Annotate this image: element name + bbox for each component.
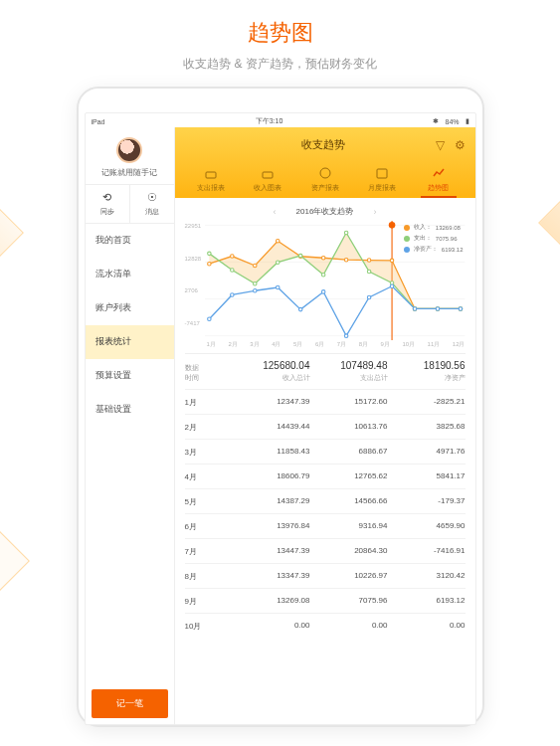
svg-point-36: [254, 288, 257, 291]
svg-point-45: [459, 307, 462, 310]
screen: iPad 下午3:10 ✱ 84% ▮ 记账就用随手记 ⟲ 同步: [85, 112, 476, 725]
svg-point-41: [368, 295, 371, 298]
nav: 我的首页流水清单账户列表报表统计预算设置基础设置: [86, 224, 174, 683]
decoration: [0, 199, 24, 267]
sync-label: 同步: [100, 207, 114, 217]
legend-row: 收入：13269.08: [404, 223, 464, 232]
sync-button[interactable]: ⟲ 同步: [86, 185, 129, 223]
svg-point-28: [345, 231, 348, 234]
record-button[interactable]: 记一笔: [92, 689, 168, 718]
svg-point-29: [368, 270, 371, 273]
svg-point-15: [322, 257, 325, 260]
svg-point-27: [322, 274, 325, 277]
tab[interactable]: 支出报表: [183, 164, 240, 198]
tab[interactable]: 收入图表: [240, 164, 296, 198]
table-row[interactable]: 6月13976.849316.944659.90: [185, 513, 466, 538]
table-row[interactable]: 4月18606.7912765.625841.17: [185, 464, 466, 488]
table-row[interactable]: 7月13447.3920864.30-7416.91: [185, 538, 466, 563]
svg-point-35: [231, 293, 234, 296]
settings-icon[interactable]: ⚙: [455, 138, 466, 152]
svg-point-37: [277, 285, 280, 288]
table-row[interactable]: 2月14439.4410613.763825.68: [185, 414, 466, 439]
profile[interactable]: 记账就用随手记: [86, 127, 174, 184]
svg-point-11: [231, 255, 234, 258]
svg-point-2: [320, 168, 330, 178]
svg-point-39: [322, 290, 325, 293]
svg-point-9: [389, 222, 396, 229]
bell-icon: ☉: [147, 191, 157, 204]
table-row[interactable]: 9月13269.087075.966193.12: [185, 588, 466, 613]
sidebar-item[interactable]: 预算设置: [86, 359, 174, 393]
svg-rect-1: [263, 172, 273, 178]
sidebar-item[interactable]: 报表统计: [86, 325, 174, 359]
svg-point-12: [254, 264, 257, 267]
svg-point-25: [277, 261, 280, 264]
svg-point-34: [208, 317, 211, 320]
tab[interactable]: 月度报表: [353, 164, 410, 198]
svg-point-26: [299, 254, 302, 257]
avatar[interactable]: [116, 137, 142, 163]
net-total-label: 净资产: [445, 374, 466, 381]
svg-point-40: [345, 334, 348, 337]
chevron-left-icon[interactable]: ‹: [274, 207, 277, 217]
data-table: 数据 时间 125680.04 收入总计 107489.48 支出总计 18: [175, 353, 475, 638]
svg-point-42: [391, 284, 394, 287]
svg-point-18: [391, 259, 394, 262]
status-device: iPad: [92, 118, 105, 125]
table-row[interactable]: 1月12347.3915172.60-2825.21: [185, 389, 466, 414]
svg-point-44: [436, 307, 439, 310]
chart-title: 2016年收支趋势: [296, 206, 354, 217]
svg-point-10: [208, 262, 211, 265]
table-row[interactable]: 3月11858.436886.674971.76: [185, 439, 466, 464]
svg-point-17: [368, 259, 371, 262]
decoration: [538, 189, 560, 257]
sidebar-item[interactable]: 流水清单: [86, 258, 174, 291]
header-title: 收支趋势: [211, 137, 436, 152]
legend: 收入：13269.08支出：7075.96净资产：6193.12: [404, 223, 464, 254]
device-frame: iPad 下午3:10 ✱ 84% ▮ 记账就用随手记 ⟲ 同步: [77, 87, 484, 727]
legend-row: 支出：7075.96: [404, 234, 464, 243]
report-tabs: 支出报表收入图表资产报表月度报表趋势图: [183, 162, 467, 198]
expense-total: 107489.48: [310, 360, 388, 371]
tab[interactable]: 资产报表: [296, 164, 353, 198]
table-row[interactable]: 10月0.000.000.00: [185, 613, 466, 638]
app-root: 记账就用随手记 ⟲ 同步 ☉ 消息 我的首页流水清单账户列表报表统计预算设置基础…: [86, 127, 475, 724]
page-subtitle: 收支趋势 & 资产趋势，预估财务变化: [0, 56, 560, 73]
table-row[interactable]: 5月14387.2914566.66-179.37: [185, 488, 466, 513]
legend-row: 净资产：6193.12: [404, 245, 464, 254]
chart[interactable]: 22951128282706-7417 收入：13269.08支出：7075.9…: [185, 221, 466, 340]
sidebar-item[interactable]: 账户列表: [86, 291, 174, 325]
sidebar-item[interactable]: 我的首页: [86, 224, 174, 258]
bluetooth-icon: ✱: [433, 117, 439, 125]
chevron-right-icon[interactable]: ›: [373, 207, 376, 217]
status-battery: 84%: [445, 118, 459, 125]
svg-rect-0: [206, 172, 216, 178]
svg-point-38: [299, 307, 302, 310]
profile-name: 记账就用随手记: [90, 167, 170, 178]
sync-icon: ⟲: [102, 191, 111, 204]
status-time: 下午3:10: [256, 116, 283, 126]
svg-point-43: [413, 307, 416, 310]
battery-icon: ▮: [466, 117, 469, 125]
table-body: 1月12347.3915172.60-2825.212月14439.441061…: [185, 389, 466, 638]
svg-point-22: [208, 252, 211, 255]
y-axis: 22951128282706-7417: [185, 221, 206, 340]
net-total: 18190.56: [388, 360, 466, 371]
decoration: [0, 527, 30, 595]
svg-point-24: [254, 281, 257, 284]
filter-icon[interactable]: ▽: [436, 138, 445, 152]
sidebar-item[interactable]: 基础设置: [86, 393, 174, 427]
messages-label: 消息: [145, 207, 159, 217]
quick-actions: ⟲ 同步 ☉ 消息: [86, 184, 174, 224]
svg-point-13: [277, 240, 280, 243]
messages-button[interactable]: ☉ 消息: [129, 185, 174, 223]
income-total: 125680.04: [233, 360, 310, 371]
svg-point-16: [345, 258, 348, 261]
thead-label-b: 时间: [185, 373, 233, 383]
table-header: 数据 时间 125680.04 收入总计 107489.48 支出总计 18: [185, 353, 466, 389]
header: 收支趋势 ▽ ⚙ 支出报表收入图表资产报表月度报表趋势图: [175, 127, 475, 198]
status-bar: iPad 下午3:10 ✱ 84% ▮: [86, 113, 475, 127]
sidebar: 记账就用随手记 ⟲ 同步 ☉ 消息 我的首页流水清单账户列表报表统计预算设置基础…: [86, 127, 175, 724]
table-row[interactable]: 8月13347.3910226.973120.42: [185, 563, 466, 588]
tab[interactable]: 趋势图: [410, 164, 467, 198]
